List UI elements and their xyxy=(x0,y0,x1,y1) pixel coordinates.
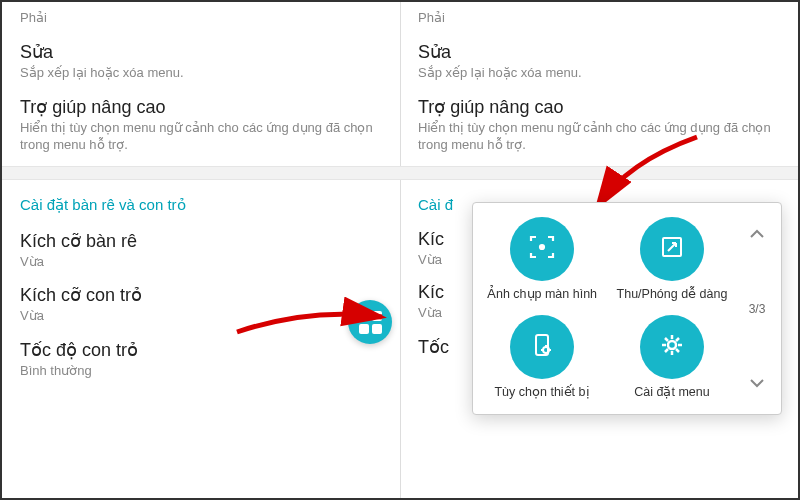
setting-value: Vừa xyxy=(20,308,382,325)
setting-pad-size[interactable]: Kích cỡ bàn rê Vừa xyxy=(2,222,400,277)
popup-label: Ảnh chụp màn hình xyxy=(487,287,597,303)
setting-advanced-help[interactable]: Trợ giúp nâng cao Hiển thị tùy chọn menu… xyxy=(2,88,400,160)
popup-item-menu-settings[interactable]: Cài đặt menu xyxy=(607,309,737,407)
popup-item-zoom[interactable]: Thu/Phóng dễ dàng xyxy=(607,211,737,309)
popup-label: Tùy chọn thiết bị xyxy=(494,385,589,401)
chevron-up-icon[interactable] xyxy=(749,225,765,243)
chevron-down-icon[interactable] xyxy=(749,374,765,392)
svg-point-0 xyxy=(540,245,544,249)
setting-desc: Sắp xếp lại hoặc xóa menu. xyxy=(20,65,382,82)
setting-title: Kích cỡ bàn rê xyxy=(20,230,382,252)
setting-value: Phải xyxy=(418,10,780,27)
setting-edit[interactable]: Sửa Sắp xếp lại hoặc xóa menu. xyxy=(400,33,798,88)
popup-item-screenshot[interactable]: Ảnh chụp màn hình xyxy=(477,211,607,309)
pager-text: 3/3 xyxy=(749,302,766,316)
setting-title: Trợ giúp nâng cao xyxy=(418,96,780,118)
setting-value: Vừa xyxy=(20,254,382,271)
svg-point-4 xyxy=(668,341,676,349)
setting-row[interactable]: Phải xyxy=(400,2,798,33)
section-divider xyxy=(2,166,400,180)
section-header-touchpad: Cài đặt bàn rê và con trỏ xyxy=(2,186,400,222)
setting-value: Bình thường xyxy=(20,363,382,380)
setting-title: Sửa xyxy=(20,41,382,63)
screenshot-icon xyxy=(527,232,557,266)
setting-title: Trợ giúp nâng cao xyxy=(20,96,382,118)
assistive-menu-popup: Ảnh chụp màn hình Thu/Phóng dễ dàng 3/3 … xyxy=(472,202,782,415)
zoom-icon xyxy=(658,233,686,265)
assistive-menu-fab[interactable] xyxy=(348,300,392,344)
setting-desc: Hiển thị tùy chọn menu ngữ cảnh cho các … xyxy=(20,120,382,154)
grid-icon xyxy=(359,311,382,334)
settings-panel-left: Phải Sửa Sắp xếp lại hoặc xóa menu. Trợ … xyxy=(2,2,400,498)
setting-title: Tốc độ con trỏ xyxy=(20,339,382,361)
device-options-icon xyxy=(528,331,556,363)
setting-pointer-speed[interactable]: Tốc độ con trỏ Bình thường xyxy=(2,331,400,386)
setting-title: Kích cỡ con trỏ xyxy=(20,284,382,306)
popup-item-device-options[interactable]: Tùy chọn thiết bị xyxy=(477,309,607,407)
setting-advanced-help[interactable]: Trợ giúp nâng cao Hiển thị tùy chọn menu… xyxy=(400,88,798,160)
setting-pointer-size[interactable]: Kích cỡ con trỏ Vừa xyxy=(2,276,400,331)
svg-point-3 xyxy=(543,347,549,353)
section-divider xyxy=(400,166,798,180)
setting-title: Sửa xyxy=(418,41,780,63)
setting-row[interactable]: Phải xyxy=(2,2,400,33)
popup-pager: 3/3 xyxy=(737,211,777,406)
setting-edit[interactable]: Sửa Sắp xếp lại hoặc xóa menu. xyxy=(2,33,400,88)
popup-label: Thu/Phóng dễ dàng xyxy=(617,287,728,303)
settings-icon xyxy=(658,331,686,363)
setting-desc: Hiển thị tùy chọn menu ngữ cảnh cho các … xyxy=(418,120,780,154)
setting-value: Phải xyxy=(20,10,382,27)
setting-desc: Sắp xếp lại hoặc xóa menu. xyxy=(418,65,780,82)
popup-label: Cài đặt menu xyxy=(634,385,709,401)
